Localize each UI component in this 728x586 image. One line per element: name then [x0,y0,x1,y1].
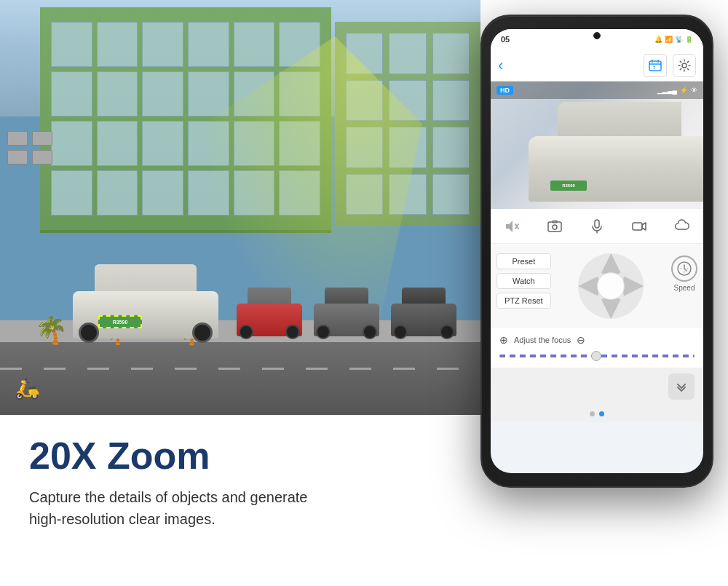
directional-pad [578,253,644,319]
wifi-icon: 📡 [675,36,683,43]
slider-thumb[interactable] [591,351,601,361]
feed-signal: ▁▂▃▄ [657,87,677,94]
scooter: 🛵 [15,376,40,400]
watch-button[interactable]: Watch [496,273,551,289]
down-arrow-area [491,368,703,405]
focus-area: ⊕ Adjust the focus ⊖ [491,328,703,368]
ac-units [7,131,52,165]
hd-bar: HD ▁▂▃▄ ⚡ 👁 [491,82,703,99]
app-header: ‹ 7 [491,50,703,82]
ptz-buttons: Preset Watch PTZ Reset [496,250,551,309]
text-area: 20X Zoom Capture the details of objects … [0,415,480,586]
zoom-description: Capture the details of objects and gener… [29,486,408,530]
status-time: 05 [501,35,510,44]
back-button[interactable]: ‹ [498,56,503,75]
zoom-in-icon[interactable]: ⊕ [499,334,508,346]
license-plate: R3590 [98,315,142,328]
speed-icon[interactable] [671,256,697,282]
feed-plate: R3590 [550,181,587,191]
scroll-down-button[interactable] [668,373,695,400]
alarm-icon: 🔔 [654,36,662,43]
focus-slider[interactable] [499,350,695,362]
status-icons: 🔔 📶 📡 🔋 [654,36,693,43]
feed-eye: 👁 [691,87,697,94]
speed-label: Speed [674,284,695,292]
svg-point-5 [682,63,687,68]
preset-button[interactable]: Preset [496,253,551,269]
phone-mockup: 05 🔔 📶 📡 🔋 ‹ 7 [473,15,721,568]
page-dot-2[interactable] [599,411,604,416]
speed-control: Speed [671,250,697,292]
building-windows [40,7,331,230]
controls-bar [491,209,703,244]
feed-car: R3590 [514,100,703,202]
ptz-area: Preset Watch PTZ Reset [491,244,703,328]
building [40,7,331,233]
svg-rect-11 [595,220,599,228]
phone-screen: 05 🔔 📶 📡 🔋 ‹ 7 [491,29,703,473]
front-camera [593,32,601,39]
focus-label: Adjust the focus [514,336,571,344]
ptz-reset-button[interactable]: PTZ Reset [496,293,551,309]
main-car: R3590 [66,266,226,338]
signal-icon: 📶 [665,36,673,43]
street-scene: 🌴 🌴 🌴 R3590 [0,0,480,415]
phone-body: 05 🔔 📶 📡 🔋 ‹ 7 [480,15,713,488]
battery-icon: 🔋 [685,36,693,43]
cloud-button[interactable] [669,213,695,239]
parked-cars [233,285,460,336]
snapshot-button[interactable] [542,213,568,239]
feed-battery: ⚡ [680,87,688,94]
slider-track [499,355,695,357]
camera-feed: HD ▁▂▃▄ ⚡ 👁 R3590 [491,82,703,209]
svg-rect-8 [548,222,561,231]
street-photo: 🌴 🌴 🌴 R3590 [0,0,480,415]
mic-button[interactable] [584,213,610,239]
settings-icon-btn[interactable] [673,54,696,77]
svg-point-9 [553,225,557,229]
svg-rect-13 [633,223,642,230]
zoom-title: 20X Zoom [29,437,451,475]
building-right [335,22,480,226]
mute-button[interactable] [499,213,525,239]
calendar-icon-btn[interactable]: 7 [644,54,667,77]
page-dots [491,405,703,422]
dpad-container [557,250,665,322]
focus-row: ⊕ Adjust the focus ⊖ [499,334,695,346]
record-button[interactable] [626,213,652,239]
page-dot-1[interactable] [590,411,595,416]
feed-status-icons: ▁▂▃▄ ⚡ 👁 [657,87,697,94]
palm-tree-1: 🌴 [35,315,68,342]
dpad-center [597,272,625,300]
zoom-out-icon[interactable]: ⊖ [577,334,585,346]
hd-badge: HD [496,86,513,95]
